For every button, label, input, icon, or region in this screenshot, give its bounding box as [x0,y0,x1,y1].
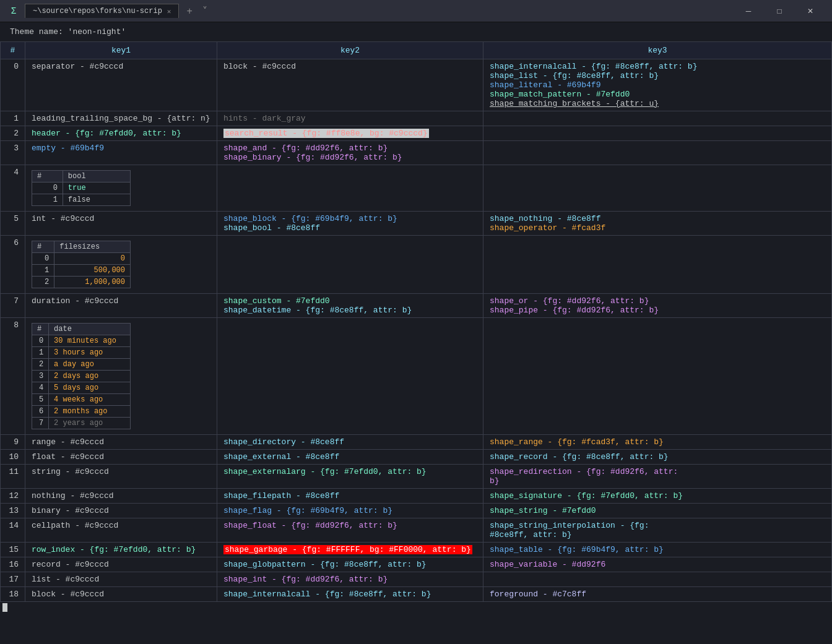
row3-key1: empty - #69b4f9 [25,141,217,165]
table-row: 5 int - #c9cccd shape_block - {fg: #69b4… [1,212,832,236]
row6-key2 [217,236,483,294]
table-row: 17 list - #c9cccd shape_int - {fg: #dd92… [1,572,832,587]
row9-key3: shape_range - {fg: #fcad3f, attr: b} [483,435,832,450]
table-row: 16 record - #c9cccd shape_globpattern - … [1,557,832,572]
inner-num: 4 [32,382,49,394]
row18-key1: block - #c9cccd [25,587,217,602]
inner-val: a day ago [49,359,131,371]
inner-val: 2 months ago [49,406,131,418]
row-num-8: 8 [1,318,25,435]
row-num-13: 13 [1,504,25,518]
inner-row: 7 2 years ago [32,418,131,429]
table-row: 7 duration - #c9cccd shape_custom - #7ef… [1,294,832,318]
inner-row: 2 a day ago [32,359,131,371]
col-header-key3: key3 [483,42,832,59]
row-num-14: 14 [1,518,25,543]
inner-col-hash: # [32,241,54,253]
tab-dropdown-button[interactable]: ˅ [200,5,210,17]
inner-row: 3 2 days ago [32,371,131,382]
inner-val: 0 [54,253,131,265]
row4-key3 [483,165,832,212]
row13-key2: shape_flag - {fg: #69b4f9, attr: b} [217,504,483,518]
terminal-tab[interactable]: ~\source\repos\forks\nu-scrip ✕ [25,4,179,18]
row17-key2: shape_int - {fg: #dd92f6, attr: b} [217,572,483,587]
inner-num: 5 [32,394,49,406]
row11-key3: shape_redirection - {fg: #dd92f6, attr: … [483,465,832,489]
col-header-key1: key1 [25,42,217,59]
row17-key1: list - #c9cccd [25,572,217,587]
inner-row: 1 500,000 [32,265,131,277]
table-row: 2 header - {fg: #7efdd0, attr: b} search… [1,126,832,141]
row11-key1: string - #c9cccd [25,465,217,489]
row-num-2: 2 [1,126,25,141]
row14-key3: shape_string_interpolation - {fg: #8ce8f… [483,518,832,543]
maximize-button[interactable]: □ [765,0,794,22]
table-row: 8 # date 0 30 minutes ago [1,318,832,435]
row1-key2: hints - dark_gray [217,111,483,126]
bool-inner-table: # bool 0 true 1 false [32,170,131,206]
row0-key3: shape_internalcall - {fg: #8ce8ff, attr:… [483,59,832,111]
row0-key2: block - #c9cccd [217,59,483,111]
row4-key1: # bool 0 true 1 false [25,165,217,212]
row9-key2: shape_directory - #8ce8ff [217,435,483,450]
row15-key1: row_index - {fg: #7efdd0, attr: b} [25,543,217,557]
inner-row: 2 1,000,000 [32,277,131,288]
tab-close-button[interactable]: ✕ [167,7,171,15]
search-result-highlight: search_result - {fg: #ff8e8e, bg: #c9ccc… [223,129,429,138]
theme-name-line: Theme name: 'neon-night' [0,22,832,41]
inner-num: 6 [32,406,49,418]
inner-num: 1 [32,265,54,277]
window-controls: ─ □ ✕ [734,0,825,22]
new-tab-button[interactable]: + [184,6,194,17]
row12-key1: nothing - #c9cccd [25,489,217,504]
row-num-5: 5 [1,212,25,236]
table-row: 13 binary - #c9cccd shape_flag - {fg: #6… [1,504,832,518]
inner-val: 1,000,000 [54,277,131,288]
row8-key1: # date 0 30 minutes ago 1 3 hours ago [25,318,217,435]
inner-val: 2 days ago [49,371,131,382]
inner-row: 0 0 [32,253,131,265]
table-row: 10 float - #c9cccd shape_external - #8ce… [1,450,832,465]
row2-key1: header - {fg: #7efdd0, attr: b} [25,126,217,141]
row10-key3: shape_record - {fg: #8ce8ff, attr: b} [483,450,832,465]
inner-num: 0 [32,182,63,194]
row-num-15: 15 [1,543,25,557]
inner-num: 7 [32,418,49,429]
row-num-11: 11 [1,465,25,489]
row13-key1: binary - #c9cccd [25,504,217,518]
inner-col-hash: # [32,171,63,182]
minimize-button[interactable]: ─ [734,0,763,22]
row9-key1: range - #c9cccd [25,435,217,450]
inner-val: 500,000 [54,265,131,277]
inner-num: 3 [32,371,49,382]
close-button[interactable]: ✕ [796,0,825,22]
table-row: 1 leading_trailing_space_bg - {attr: n} … [1,111,832,126]
row-num-3: 3 [1,141,25,165]
table-row: 0 separator - #c9cccd block - #c9cccd sh… [1,59,832,111]
row16-key3: shape_variable - #dd92f6 [483,557,832,572]
row3-key3 [483,141,832,165]
row-num-1: 1 [1,111,25,126]
filesizes-inner-table: # filesizes 0 0 1 500,000 [32,241,131,288]
row11-key2: shape_externalarg - {fg: #7efdd0, attr: … [217,465,483,489]
inner-col-hash: # [32,324,49,335]
inner-row: 6 2 months ago [32,406,131,418]
cursor-block [2,603,7,612]
row16-key2: shape_globpattern - {fg: #8ce8ff, attr: … [217,557,483,572]
inner-row: 1 3 hours ago [32,347,131,359]
inner-num: 0 [32,253,54,265]
col-header-num: # [1,42,25,59]
row2-key3 [483,126,832,141]
row-num-12: 12 [1,489,25,504]
row-num-10: 10 [1,450,25,465]
inner-val: 5 days ago [49,382,131,394]
table-row: 6 # filesizes 0 0 [1,236,832,294]
row-num-18: 18 [1,587,25,602]
row14-key2: shape_float - {fg: #dd92f6, attr: b} [217,518,483,543]
row-num-7: 7 [1,294,25,318]
table-row: 11 string - #c9cccd shape_externalarg - … [1,465,832,489]
row7-key1: duration - #c9cccd [25,294,217,318]
inner-row: 5 4 weeks ago [32,394,131,406]
inner-val: 2 years ago [49,418,131,429]
tab-label: ~\source\repos\forks\nu-scrip [33,7,162,15]
